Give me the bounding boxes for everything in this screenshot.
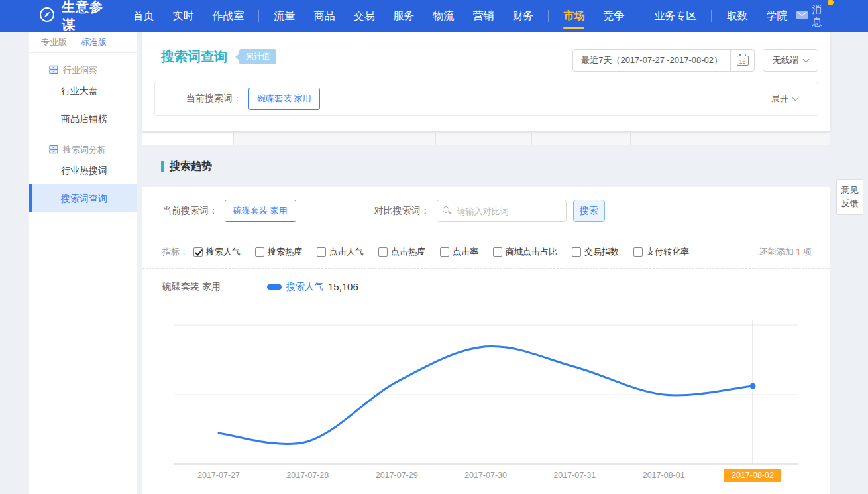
calendar-button[interactable]: 15 [730, 49, 754, 72]
tab-cell-5[interactable] [532, 133, 631, 145]
nav-item-营销[interactable]: 营销 [463, 0, 503, 32]
nav-item-首页[interactable]: 首页 [123, 0, 163, 32]
checkbox-icon[interactable] [493, 247, 502, 257]
metric-label: 搜索热度 [268, 246, 302, 258]
chevron-down-icon [803, 56, 810, 62]
title-accent-bar [161, 161, 164, 172]
page-title: 搜索词查询 [161, 48, 227, 66]
feedback-button[interactable]: 意见反馈 [836, 179, 863, 215]
cabinet-icon [49, 145, 58, 156]
section-title-text: 搜索趋势 [170, 160, 212, 174]
tab-cell-1[interactable] [142, 133, 234, 145]
logo[interactable]: 生意参谋 [38, 0, 106, 34]
checkbox-icon[interactable] [317, 247, 326, 257]
trend-current-term-button[interactable]: 碗碟套装 家用 [225, 200, 296, 222]
calendar-day: 15 [739, 58, 745, 65]
logo-icon [38, 6, 56, 26]
nav-item-物流[interactable]: 物流 [423, 0, 463, 32]
top-nav: 生意参谋 首页实时作战室流量商品交易服务物流营销财务市场竞争业务专区取数学院 消… [0, 0, 868, 32]
metric-支付转化率[interactable]: 支付转化率 [633, 246, 689, 258]
tab-cell-4[interactable] [436, 133, 532, 145]
calendar-icon: 15 [737, 56, 749, 66]
nav-item-取数[interactable]: 取数 [717, 0, 757, 32]
trend-current-label: 当前搜索词： [162, 205, 218, 217]
compare-group: 对比搜索词： 搜索 [374, 200, 605, 222]
checkbox-icon[interactable] [440, 247, 449, 257]
metric-点击率[interactable]: 点击率 [440, 246, 478, 258]
series-marker-icon [267, 284, 282, 290]
nav-item-业务专区[interactable]: 业务专区 [645, 0, 706, 32]
checkbox-icon[interactable] [633, 247, 643, 257]
sidebar-item-搜索词查询[interactable]: 搜索词查询 [29, 184, 137, 212]
sidebar-item-行业热搜词[interactable]: 行业热搜词 [29, 156, 137, 184]
compare-label: 对比搜索词： [374, 205, 430, 217]
checkbox-icon[interactable] [572, 247, 581, 257]
nav-item-实时[interactable]: 实时 [163, 0, 203, 32]
nav-divider [639, 10, 639, 22]
current-term-label: 当前搜索词： [186, 93, 242, 105]
section-title: 搜索趋势 [161, 160, 212, 174]
compare-input[interactable] [437, 200, 567, 222]
sidebar-item-商品店铺榜[interactable]: 商品店铺榜 [29, 105, 137, 133]
x-axis-label: 2017-07-30 [464, 471, 507, 480]
x-axis-label: 2017-07-28 [286, 471, 329, 480]
nav-item-竞争[interactable]: 竞争 [594, 0, 633, 32]
metric-搜索热度[interactable]: 搜索热度 [255, 246, 302, 258]
cumulative-tag: 累计值 [239, 49, 276, 64]
divider [74, 38, 74, 46]
tab-cell-6[interactable] [631, 133, 830, 145]
device-selector[interactable]: 无线端 [763, 49, 818, 72]
trend-panel: 当前搜索词： 碗碟套装 家用 对比搜索词： 搜索 指标： 搜索人气搜索热度点击人… [142, 187, 830, 494]
nav-item-流量[interactable]: 流量 [264, 0, 304, 32]
cabinet-icon [49, 65, 58, 76]
date-range-picker[interactable]: 最近7天（2017-07-27~2017-08-02） 15 [572, 49, 755, 72]
header-controls: 最近7天（2017-07-27~2017-08-02） 15 无线端 [572, 49, 818, 72]
last-point-dot [750, 383, 756, 389]
feedback-line: 反馈 [837, 197, 863, 210]
current-term-box: 当前搜索词： 碗碟套装 家用 展开 [154, 82, 818, 116]
current-term-button[interactable]: 碗碟套装 家用 [248, 88, 320, 110]
nav-item-财务[interactable]: 财务 [503, 0, 543, 32]
version-pro[interactable]: 专业版 [41, 36, 67, 48]
chevron-down-icon [792, 94, 799, 101]
message-label: 消息 [812, 3, 827, 29]
nav-item-学院[interactable]: 学院 [757, 0, 796, 32]
compare-input-wrap [437, 200, 567, 222]
expand-label: 展开 [771, 93, 788, 105]
metrics-row: 指标： 搜索人气搜索热度点击人气点击热度点击率商城点击占比交易指数支付转化率 还… [142, 235, 830, 269]
metric-交易指数[interactable]: 交易指数 [572, 246, 619, 258]
nav-message[interactable]: 消息 [796, 3, 827, 29]
screen: 生意参谋 首页实时作战室流量商品交易服务物流营销财务市场竞争业务专区取数学院 消… [0, 0, 868, 494]
tab-cell-2[interactable] [234, 133, 337, 145]
x-axis-label: 2017-07-27 [197, 471, 240, 480]
metric-商城点击占比[interactable]: 商城点击占比 [493, 246, 557, 258]
nav-item-作战室[interactable]: 作战室 [203, 0, 253, 32]
trend-chart[interactable]: 2017-07-272017-07-282017-07-292017-07-30… [174, 318, 798, 487]
x-axis-label: 2017-07-29 [376, 471, 418, 480]
checkbox-icon[interactable] [255, 247, 264, 257]
metric-label: 点击率 [453, 246, 478, 258]
nav-divider [258, 10, 259, 22]
checkbox-checked-icon[interactable] [193, 247, 203, 257]
nav-item-商品[interactable]: 商品 [304, 0, 344, 32]
metric-点击人气[interactable]: 点击人气 [317, 246, 364, 258]
nav-item-服务[interactable]: 服务 [384, 0, 423, 32]
legend-term: 碗碟套装 家用 [162, 281, 221, 293]
checkbox-icon[interactable] [378, 247, 388, 257]
tab-cell-3[interactable] [337, 133, 436, 145]
metric-点击热度[interactable]: 点击热度 [378, 246, 425, 258]
sidebar-group-label: 行业洞察 [63, 64, 97, 76]
metric-搜索人气[interactable]: 搜索人气 [193, 246, 241, 258]
nav-item-市场[interactable]: 市场 [554, 0, 594, 32]
sidebar-menu: 行业洞察行业大盘商品店铺榜搜索词分析行业热搜词搜索词查询 [29, 64, 137, 212]
metric-label: 交易指数 [584, 246, 619, 258]
sidebar-item-行业大盘[interactable]: 行业大盘 [29, 77, 137, 105]
nav-item-交易[interactable]: 交易 [344, 0, 384, 32]
nav-divider [711, 10, 712, 22]
metric-label: 商城点击占比 [506, 246, 557, 258]
metric-label: 搜索人气 [206, 246, 241, 258]
remaining-quota: 还能添加 1 项 [759, 246, 812, 258]
search-button[interactable]: 搜索 [573, 200, 605, 222]
expand-toggle[interactable]: 展开 [771, 93, 818, 105]
version-standard[interactable]: 标准版 [81, 36, 107, 48]
